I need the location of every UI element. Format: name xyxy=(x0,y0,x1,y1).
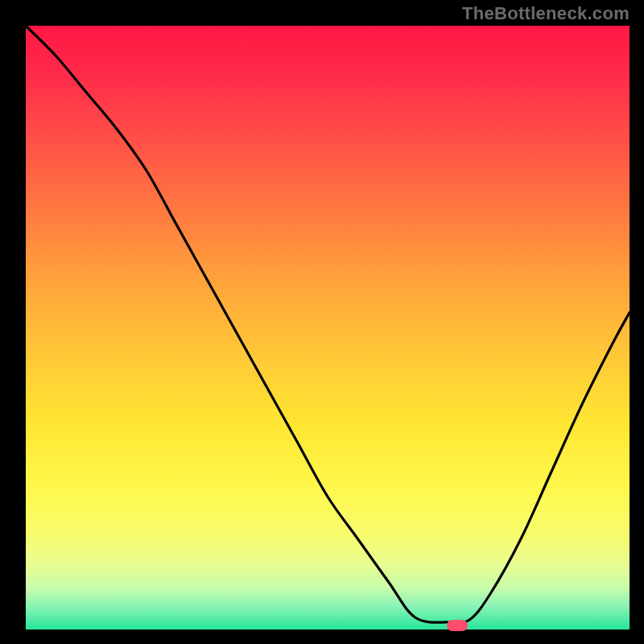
plot-area xyxy=(26,26,630,630)
watermark-text: TheBottleneck.com xyxy=(462,3,630,24)
bottleneck-curve xyxy=(26,26,630,630)
chart-stage: TheBottleneck.com xyxy=(0,0,644,644)
